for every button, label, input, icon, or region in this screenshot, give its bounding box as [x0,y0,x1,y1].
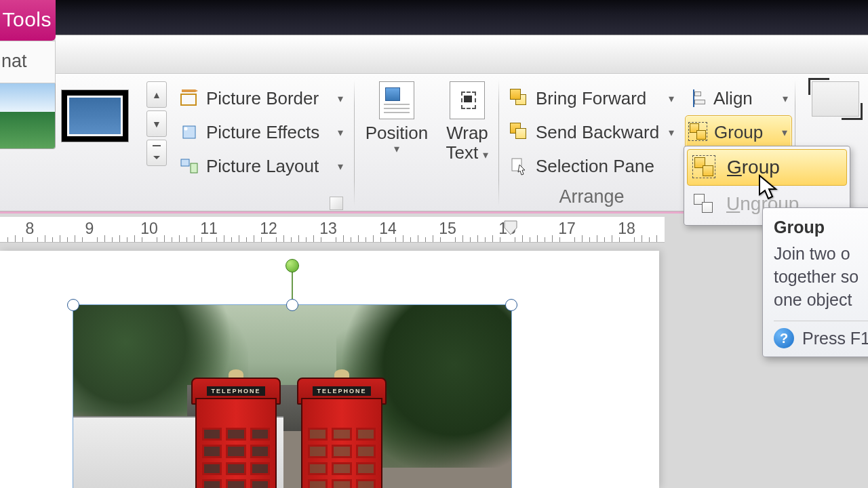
resize-handle[interactable] [286,299,298,311]
bring-forward-button[interactable]: Bring Forward ▾ [507,81,677,115]
position-button[interactable]: Position ▾ [361,81,433,155]
dropdown-arrow-icon: ▾ [669,126,674,139]
gallery-more-button[interactable] [146,140,167,166]
svg-point-2 [184,127,188,131]
ruler-number: 8 [26,220,35,238]
resize-handle[interactable] [505,299,517,311]
ruler-number: 12 [260,220,277,238]
dropdown-arrow-icon: ▾ [361,143,433,155]
group-icon [690,123,707,141]
dropdown-arrow-icon: ▾ [669,92,674,105]
ungroup-icon [694,194,714,214]
style-thumbnail[interactable] [61,89,129,142]
horizontal-ruler[interactable]: 89101112131415161718 [0,217,665,243]
picture-effects-label: Picture Effects [206,122,319,143]
picture-border-label: Picture Border [206,88,319,109]
resize-handle[interactable] [67,299,79,311]
tooltip-line: Join two o [774,243,868,266]
ruler-number: 14 [379,220,397,238]
group-split-button[interactable]: Group ▾ [685,115,792,149]
crop-button[interactable] [804,81,867,117]
svg-rect-4 [191,163,197,173]
crop-icon [812,81,859,117]
wrap-text-button[interactable]: Wrap Text ▾ [437,81,497,162]
ruler-number: 13 [319,220,337,238]
style-thumbnail[interactable] [0,81,56,149]
bring-forward-label: Bring Forward [536,88,646,109]
send-backward-icon [510,123,529,142]
send-backward-button[interactable]: Send Backward ▾ [507,115,677,149]
dropdown-arrow-icon: ▾ [782,126,787,139]
svg-rect-3 [181,159,189,166]
booth-label: TELEPHONE [313,386,370,396]
gallery-scroll-down[interactable]: ▼ [146,110,167,137]
dropdown-arrow-icon: ▾ [783,92,788,105]
help-icon: ? [774,328,794,348]
svg-rect-0 [181,94,196,105]
arrange-group-label: Arrange [505,186,678,207]
ribbon-separator [0,211,684,214]
selection-pane-icon [510,157,529,176]
picture-effects-button[interactable]: Picture Effects ▾ [176,115,346,149]
group-label: Group [714,122,763,143]
send-backward-label: Send Backward [536,122,659,143]
mouse-cursor [757,174,782,205]
document-page[interactable]: TELEPHONE TELEPHONE [0,251,659,488]
dropdown-arrow-icon: ▾ [338,126,343,139]
dropdown-arrow-icon: ▾ [483,149,488,161]
format-tab-fragment[interactable]: nat [0,41,56,83]
wrap-text-label-1: Wrap [437,123,497,143]
align-button[interactable]: Align ▾ [685,81,792,115]
wrap-text-label-2: Text [446,142,479,163]
dropdown-arrow-icon: ▾ [338,92,343,105]
tooltip-line: together so [774,266,868,289]
rotation-handle[interactable] [285,259,299,272]
dropdown-arrow-icon: ▾ [338,160,343,173]
tooltip-line: one object [774,289,868,312]
dialog-launcher[interactable] [330,197,343,210]
gallery-scroll-up[interactable]: ▲ [146,81,167,108]
bring-forward-icon [510,89,529,108]
picture-layout-button[interactable]: Picture Layout ▾ [176,149,346,183]
ruler-number: 15 [439,220,456,238]
window-title-bar [56,0,868,35]
ruler-number: 18 [618,220,635,238]
ruler-number: 17 [558,220,576,238]
selection-pane-label: Selection Pane [536,156,654,177]
tooltip: Group Join two o together so one object … [762,207,868,357]
wrap-text-icon [450,81,485,119]
selection-pane-button[interactable]: Selection Pane [507,149,677,183]
picture-border-button[interactable]: Picture Border ▾ [176,81,346,115]
group-icon [694,157,715,178]
tooltip-title: Group [774,218,868,237]
selected-picture[interactable]: TELEPHONE TELEPHONE [73,305,511,488]
tooltip-help-text: Press F1 [802,329,868,348]
right-indent-marker[interactable] [503,218,518,241]
position-icon [379,81,414,119]
align-label: Align [713,88,753,109]
pencil-border-icon [179,88,199,108]
tools-contextual-tab[interactable]: Tools [0,0,56,41]
ruler-number: 11 [200,220,218,238]
layout-icon [179,156,199,176]
ribbon-tab-row-bg [56,35,868,74]
booth-label: TELEPHONE [207,386,264,396]
ruler-number: 9 [85,220,94,238]
position-label: Position [361,123,433,143]
picture-layout-label: Picture Layout [206,156,319,177]
phone-booths-image: TELEPHONE TELEPHONE [73,305,511,488]
picture-styles-gallery: ▲ ▼ [0,81,171,166]
document-workspace: TELEPHONE TELEPHONE [0,243,665,488]
effects-icon [179,122,199,142]
ruler-number: 10 [140,220,158,238]
align-icon [689,89,707,107]
rotation-stem [292,270,293,300]
